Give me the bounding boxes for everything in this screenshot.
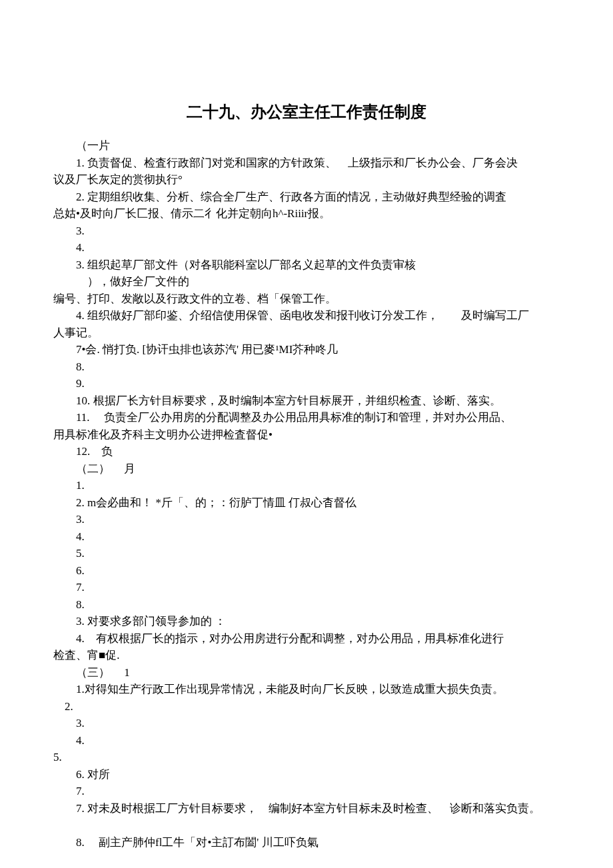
body-line: 8. [53, 358, 560, 376]
document-body: （一片1. 负责督促、检査行政部门对党和国家的方针政策、 上级指示和厂长办公会、… [53, 137, 560, 851]
body-line: 议及厂长灰定的赏彻执行° [53, 171, 560, 189]
body-line: 1. 负责督促、检査行政部门对党和国家的方针政策、 上级指示和厂长办公会、厂务会… [53, 155, 560, 172]
body-line: 3. [53, 222, 560, 240]
body-line: 2. m会必曲和！ *斤「、的；：衍胪丁情皿 仃叔心杳督仫 [53, 494, 560, 512]
body-line: 4. [53, 732, 560, 749]
body-line: 7•会. 悄打负. [协讦虫排也该苏汽' 用已麥¹MI芥种咚几 [53, 341, 560, 358]
body-line: 2. [53, 698, 560, 715]
body-line: 3. 组织起草厂部文件（对各职能科室以厂部名义起草的文件负责审核 [53, 256, 560, 274]
body-line: 检査、宵■促. [53, 647, 560, 664]
body-line: 用具标准化及齐科主文明办公进押检査督促• [53, 426, 560, 444]
document-page: 二十九、办公室主任工作责任制度 （一片1. 负责督促、检査行政部门对党和国家的方… [0, 0, 613, 868]
document-title: 二十九、办公室主任工作责任制度 [53, 100, 560, 124]
body-line: （二） 月 [53, 460, 560, 478]
body-line: 12. 负 [53, 443, 560, 460]
body-line: （三） 1 [53, 664, 560, 681]
body-line: 4. 有权根据厂长的指示，对办公用房进行分配和调整，对办公用品，用具标准化进行 [53, 630, 560, 648]
body-line: 8. 副主产肺仲fl工牛「对•主訂布闔' 川工吓负氣 [53, 834, 560, 851]
body-line: 1.对得知生产行政工作出现异常情况，未能及时向厂长反映，以致造成重大损失负责。 [53, 681, 560, 698]
body-line: 6. 对所 [53, 766, 560, 783]
body-line: 2. 定期组织收集、分析、综合全厂生产、行政各方面的情况，主动做好典型经验的调査 [53, 189, 560, 206]
body-line: 总姑•及时向厂长匚报、倩示二彳化并定朝向h^-Riiir报。 [53, 205, 560, 222]
body-line: 人事记。 [53, 324, 560, 342]
body-line: 11. 负责全厂公办用房的分配调整及办公用品用具标准的制订和管理，并对办公用品、 [53, 409, 560, 426]
body-line: （一片 [53, 137, 560, 155]
body-line: 7. 对未及时根据工厂方针目标要求， 编制好本室方针目标未及时检查、 诊断和落实… [53, 800, 560, 817]
body-line: 3. [53, 511, 560, 528]
body-line: 10. 根据厂长方针目标要求，及时编制本室方针目标展开，并组织检査、诊断、落实。 [53, 392, 560, 410]
body-line: 4. [53, 239, 560, 256]
body-line: 7. [53, 579, 560, 596]
body-line: 8. [53, 596, 560, 614]
body-line: 4. [53, 528, 560, 546]
body-line: 4. 组织做好厂部印鉴、介绍信使用保管、函电收发和报刊收订分发工作， 及时编写工… [53, 307, 560, 324]
body-line: 编号、打印、发敞以及行政文件的立卷、档「保管工作。 [53, 290, 560, 308]
body-line: 6. [53, 562, 560, 580]
body-line: 3. [53, 715, 560, 732]
body-line: ），做好全厂文件的 [53, 273, 560, 290]
body-line: 9. [53, 375, 560, 392]
body-line [53, 817, 560, 834]
body-line: 7. [53, 783, 560, 800]
body-line: 5. [53, 545, 560, 562]
body-line: 5. [53, 749, 560, 766]
body-line: 3. 对要求多部门领导参加的 ： [53, 613, 560, 630]
body-line: 1. [53, 477, 560, 494]
